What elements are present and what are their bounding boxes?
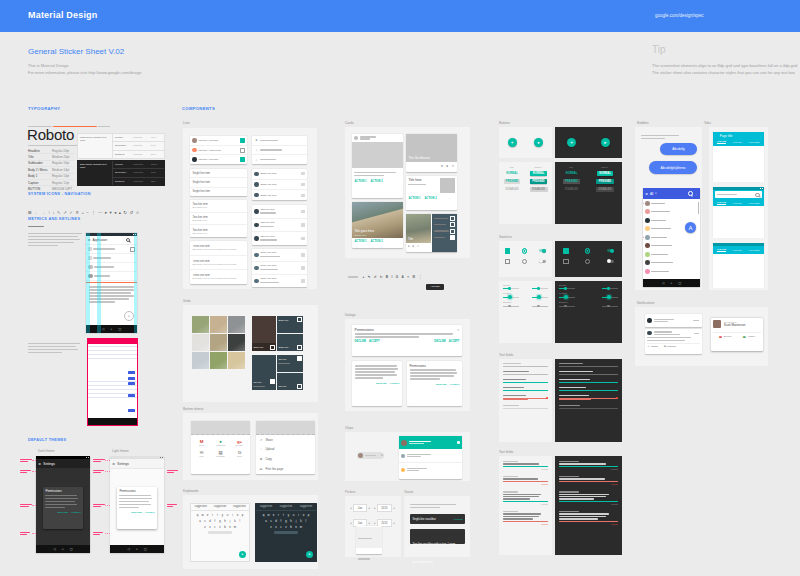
key-w[interactable]: w	[201, 513, 204, 517]
flat-button-normal[interactable]: NORMAL	[504, 171, 519, 176]
overflow-icon[interactable]: ⋮	[759, 134, 762, 138]
checkbox-icon[interactable]	[240, 148, 245, 153]
keyboard-suggestion[interactable]: suggestion	[214, 505, 227, 508]
contact-row[interactable]: ♥	[643, 199, 700, 208]
star-icon[interactable]: ★	[412, 245, 414, 248]
multiline-field-error[interactable]: 10/100	[559, 511, 618, 522]
radio-checked-icon[interactable]	[522, 248, 527, 253]
list-item[interactable]: Three-line item	[252, 275, 307, 287]
close-icon[interactable]: ✕	[457, 328, 460, 332]
text-field-focused[interactable]	[559, 379, 618, 383]
list-item[interactable]: Two-line item	[252, 232, 307, 245]
system-icon[interactable]: ▸	[105, 210, 107, 215]
notification-card[interactable]	[645, 314, 702, 327]
card-action-1[interactable]: ACTION 1	[354, 180, 366, 183]
sheet-item[interactable]: ↗Share	[256, 435, 315, 445]
slider-disabled[interactable]	[559, 304, 575, 309]
key-u[interactable]: u	[292, 513, 295, 517]
system-icon[interactable]: ↓	[52, 210, 54, 215]
chip-remove-icon[interactable]: ⊗	[381, 454, 383, 457]
switch-on[interactable]	[607, 249, 614, 252]
radio-icon[interactable]	[522, 259, 527, 264]
toolbar-icon[interactable]: ☰	[413, 275, 416, 279]
slider-pressed[interactable]	[602, 295, 618, 300]
accept-button[interactable]: ACCEPT	[145, 511, 155, 514]
key-n[interactable]: n	[294, 525, 297, 529]
share-icon[interactable]: ↗	[417, 245, 419, 248]
menu-item[interactable]	[356, 569, 382, 576]
menu-item-selected[interactable]	[356, 527, 382, 548]
list-item[interactable]: Three-line item	[252, 262, 307, 275]
checkbox-icon[interactable]	[450, 229, 455, 234]
text-field-counter-error[interactable]: 10/100	[503, 476, 548, 482]
search-field[interactable]	[715, 191, 762, 198]
toolbar-icon[interactable]: U	[396, 275, 398, 279]
checkbox-icon[interactable]	[563, 259, 568, 264]
key-x[interactable]: x	[208, 525, 211, 529]
back-icon[interactable]: ←	[715, 134, 718, 138]
system-icon[interactable]: ✕	[75, 210, 79, 215]
snackbar-action[interactable]: ACTION	[453, 518, 462, 521]
sheet-item[interactable]: ▤Print this page	[256, 464, 315, 474]
list-item[interactable]	[86, 272, 137, 281]
dialog-accept-button[interactable]: ACCEPT	[450, 383, 460, 386]
key-r[interactable]: r	[277, 513, 280, 517]
dialog-accept-button[interactable]: ACCEPT	[369, 340, 380, 343]
key-m[interactable]: m	[233, 525, 236, 529]
key-b[interactable]: b	[289, 525, 292, 529]
slider-disabled[interactable]	[532, 304, 548, 309]
slider-pressed[interactable]	[559, 295, 575, 300]
menu-item[interactable]	[356, 548, 382, 569]
stepper-prev-icon[interactable]: ◂	[374, 521, 376, 525]
key-m[interactable]: m	[299, 525, 302, 529]
system-icon[interactable]: ↑	[48, 210, 50, 215]
month-select[interactable]: Jan	[353, 504, 367, 512]
system-icon[interactable]: ◂	[114, 210, 116, 215]
tile-checkbox-icon[interactable]	[297, 384, 302, 389]
card-action-1[interactable]: ACTION 1	[408, 197, 420, 200]
key-i[interactable]: i	[297, 513, 300, 517]
system-icon[interactable]: ⋮	[91, 210, 95, 215]
tab-one[interactable]: TAB ONE	[717, 201, 726, 205]
key-j[interactable]: j	[294, 519, 297, 523]
list-item[interactable]: Three-line itemSecondary line text lorem…	[190, 256, 247, 271]
key-w[interactable]: w	[267, 513, 270, 517]
stepper-prev-icon[interactable]: ◂	[374, 506, 376, 510]
grid-tile[interactable]: Two line	[277, 373, 303, 390]
fab-next-button[interactable]: ▸	[534, 138, 543, 147]
text-field[interactable]	[559, 371, 618, 374]
star-icon[interactable]: ★	[446, 164, 449, 168]
fast-scroll-letter-badge[interactable]: A	[685, 222, 696, 233]
back-icon[interactable]: ◁	[127, 547, 129, 551]
radio-checked-icon[interactable]	[585, 248, 590, 253]
system-icon[interactable]: ↻	[123, 210, 127, 215]
list-item[interactable]	[86, 245, 137, 254]
home-icon[interactable]: ○	[136, 547, 138, 551]
key-v[interactable]: v	[218, 525, 221, 529]
system-icon[interactable]: ←	[34, 210, 38, 215]
slider-disabled[interactable]	[503, 304, 519, 309]
photo-card[interactable]: Title goes here Subtitle here ACTION 1 A…	[352, 202, 403, 248]
key-q[interactable]: q	[196, 513, 199, 517]
radio-icon[interactable]	[585, 259, 590, 264]
back-icon[interactable]: ◁	[662, 281, 664, 285]
key-c[interactable]: c	[279, 525, 282, 529]
header-link[interactable]: google.com/design/spec	[655, 13, 704, 18]
list-item[interactable]: Two-line item	[252, 219, 307, 233]
year-select[interactable]: 2015	[377, 504, 392, 512]
media-title-card[interactable]: The Gia Houses ♥ ★ ↗	[406, 134, 457, 172]
text-field-error[interactable]	[559, 395, 618, 401]
reply-icon[interactable]: ↩	[647, 345, 649, 348]
stepper-next-icon[interactable]: ▸	[394, 521, 396, 525]
flat-button-pressed[interactable]: PRESSED	[504, 179, 520, 184]
grid-tile[interactable]: Single line	[277, 334, 303, 351]
list-item[interactable]: List item : selected	[190, 155, 247, 164]
checkbox-icon[interactable]	[450, 216, 455, 221]
recents-icon[interactable]: ▢	[118, 327, 121, 331]
key-d[interactable]: d	[274, 519, 277, 523]
dialog-decline-button[interactable]: DECLINE	[434, 340, 445, 343]
app-shortcut[interactable]: MGmail	[192, 437, 211, 448]
text-field-disabled[interactable]	[503, 405, 548, 408]
dialog-decline-button[interactable]: DECLINE	[376, 382, 387, 385]
send-button[interactable]: ▸	[306, 551, 313, 558]
